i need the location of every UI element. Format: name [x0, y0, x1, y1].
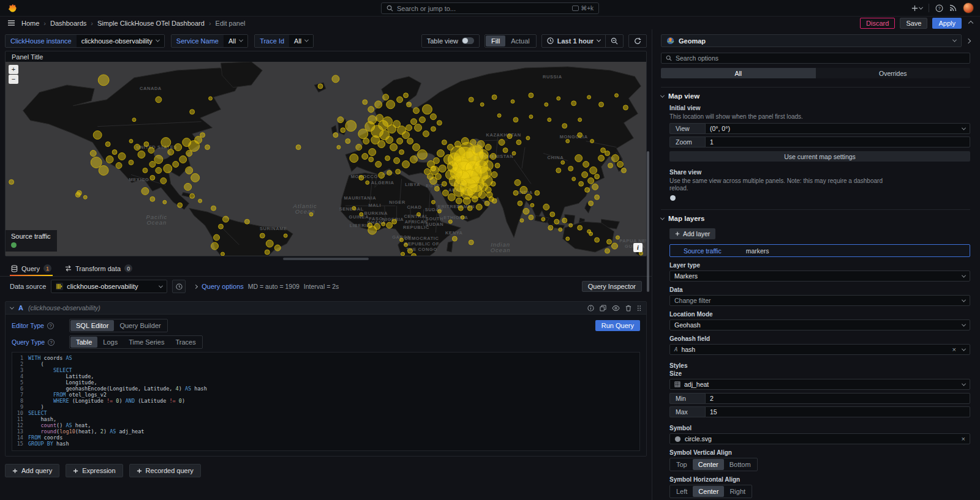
option-fill[interactable]: Fill	[486, 35, 505, 47]
zoom-field-label: Zoom	[669, 136, 705, 147]
datasource-picker[interactable]: clickhouse-observability	[51, 280, 167, 293]
map-zoom-out-button[interactable]: −	[9, 75, 18, 84]
variable-value-dropdown[interactable]: All	[224, 35, 247, 47]
query-card-header[interactable]: A (clickhouse-observability)	[6, 302, 646, 315]
clear-icon[interactable]: ×	[952, 346, 956, 353]
variables-bar: ClickHouse instance clickhouse-observabi…	[0, 29, 652, 48]
collapse-pane-icon[interactable]	[966, 38, 971, 43]
min-input[interactable]	[705, 393, 970, 404]
layer-type-select[interactable]: Markers	[669, 271, 970, 282]
zoom-out-time-button[interactable]	[605, 35, 623, 47]
variable-value-dropdown[interactable]: clickhouse-observability	[77, 35, 164, 47]
breadcrumb-home[interactable]: Home	[21, 20, 39, 27]
option-actual[interactable]: Actual	[505, 35, 535, 47]
query-options-toggle[interactable]: Query options	[202, 283, 243, 290]
grafana-logo-icon[interactable]	[7, 3, 18, 13]
symbol-select[interactable]: circle.svg ×	[669, 433, 970, 444]
zoom-input[interactable]	[705, 136, 970, 147]
recorded-query-button[interactable]: Recorded query	[129, 464, 201, 477]
collapse-query-icon[interactable]	[10, 305, 14, 309]
size-field-select[interactable]: adj_heat	[669, 379, 970, 390]
option-left[interactable]: Left	[671, 486, 693, 497]
option-query-builder[interactable]: Query Builder	[114, 320, 166, 331]
collapse-options-icon[interactable]	[968, 20, 973, 25]
view-select[interactable]: (0°, 0°)	[705, 123, 970, 134]
add-query-button[interactable]: Add query	[5, 464, 59, 477]
section-map-view-header[interactable]: Map view	[661, 92, 970, 100]
svg-text:GUINEA: GUINEA	[349, 214, 369, 220]
apply-button[interactable]: Apply	[932, 18, 962, 29]
option-sql-editor[interactable]: SQL Editor	[70, 320, 114, 331]
panel-title[interactable]: Panel Title	[6, 51, 646, 62]
add-layer-button[interactable]: Add layer	[669, 228, 715, 239]
option-table[interactable]: Table	[70, 337, 97, 348]
magnifier-minus-icon	[611, 37, 618, 45]
geohash-field-select[interactable]: A hash ×	[669, 344, 970, 355]
save-button[interactable]: Save	[900, 18, 927, 29]
main-scrollbar-thumb[interactable]	[647, 151, 649, 292]
user-avatar[interactable]	[963, 2, 974, 13]
section-map-layers-header[interactable]: Map layers	[661, 215, 970, 222]
svg-text:MALI: MALI	[368, 203, 381, 208]
svg-text:AtlanticOcean: AtlanticOcean	[293, 203, 317, 215]
help-button[interactable]: ?	[935, 4, 943, 12]
help-circle-icon[interactable]: ?	[48, 339, 55, 346]
database-icon	[11, 265, 18, 272]
option-all[interactable]: All	[661, 68, 816, 78]
query-datasource-hint: (clickhouse-observability)	[28, 304, 100, 312]
tab-query[interactable]: Query 1	[10, 264, 53, 276]
options-search-placeholder: Search options	[676, 54, 718, 62]
option-time-series[interactable]: Time Series	[123, 337, 170, 348]
option-logs[interactable]: Logs	[97, 337, 123, 348]
hide-query-eye-icon[interactable]	[612, 305, 620, 312]
option-top[interactable]: Top	[671, 459, 693, 470]
map-attribution-button[interactable]: i	[633, 243, 643, 252]
max-input[interactable]	[705, 406, 970, 417]
location-mode-select[interactable]: Geohash	[669, 319, 970, 330]
expression-button[interactable]: Expression	[66, 464, 123, 477]
datasource-help-button[interactable]	[172, 280, 186, 293]
pane-splitter[interactable]	[0, 256, 652, 261]
map-zoom-in-button[interactable]: +	[9, 65, 18, 74]
news-button[interactable]	[949, 4, 957, 12]
add-new-button[interactable]	[911, 5, 922, 12]
option-right[interactable]: Right	[724, 486, 751, 497]
delete-query-trash-icon[interactable]	[625, 305, 631, 312]
breadcrumb-dashboard-name[interactable]: Simple ClickHouse OTel Dashboard	[97, 20, 205, 27]
option-overrides[interactable]: Overrides	[816, 68, 971, 78]
use-current-map-settings-button[interactable]: Use current map settings	[669, 151, 970, 162]
options-tabs: AllOverrides	[661, 68, 970, 78]
options-search-input[interactable]: Search options	[661, 53, 970, 64]
clock-icon	[547, 37, 554, 44]
svg-text:MOROCCO: MOROCCO	[351, 174, 378, 179]
option-center[interactable]: Center	[693, 486, 724, 497]
duplicate-query-icon[interactable]	[600, 305, 606, 312]
time-range-picker[interactable]: Last 1 hour	[542, 35, 605, 47]
discard-button[interactable]: Discard	[860, 18, 895, 29]
sql-editor[interactable]: 1WITH coords AS2 (3 SELECT4 Latitude,5 L…	[12, 352, 640, 451]
variable-value-dropdown[interactable]: All	[289, 35, 313, 47]
drag-handle-icon[interactable]	[637, 305, 641, 312]
search-input[interactable]: Search or jump to... ⌘+k	[381, 2, 599, 14]
refresh-button[interactable]	[628, 34, 647, 48]
option-traces[interactable]: Traces	[170, 337, 201, 348]
info-circle-icon[interactable]	[587, 305, 594, 312]
option-bottom[interactable]: Bottom	[724, 459, 756, 470]
geomap[interactable]: RUSSIACANADAUNITED STATESMEXICOSURINAMEK…	[6, 62, 646, 256]
clear-icon[interactable]: ×	[962, 436, 965, 442]
editor-type-group: SQL EditorQuery Builder	[69, 319, 168, 332]
table-view-toggle[interactable]: Table view	[421, 34, 480, 48]
breadcrumb-dashboards[interactable]: Dashboards	[50, 20, 86, 27]
search-placeholder: Search or jump to...	[397, 5, 568, 12]
help-circle-icon[interactable]: ?	[47, 323, 54, 329]
layer-item-source-traffic[interactable]: Source traffic markers	[669, 244, 970, 257]
data-select[interactable]: Change filter	[669, 295, 970, 306]
visualization-picker[interactable]: Geomap	[661, 34, 962, 47]
chevron-down-icon	[962, 346, 966, 351]
tab-transform-data[interactable]: Transform data 0	[64, 264, 134, 276]
hamburger-menu-icon[interactable]	[7, 20, 15, 26]
run-query-button[interactable]: Run Query	[595, 320, 640, 331]
legend-color-dot	[11, 242, 17, 248]
query-inspector-button[interactable]: Query Inspector	[582, 281, 642, 292]
option-center[interactable]: Center	[693, 459, 724, 470]
